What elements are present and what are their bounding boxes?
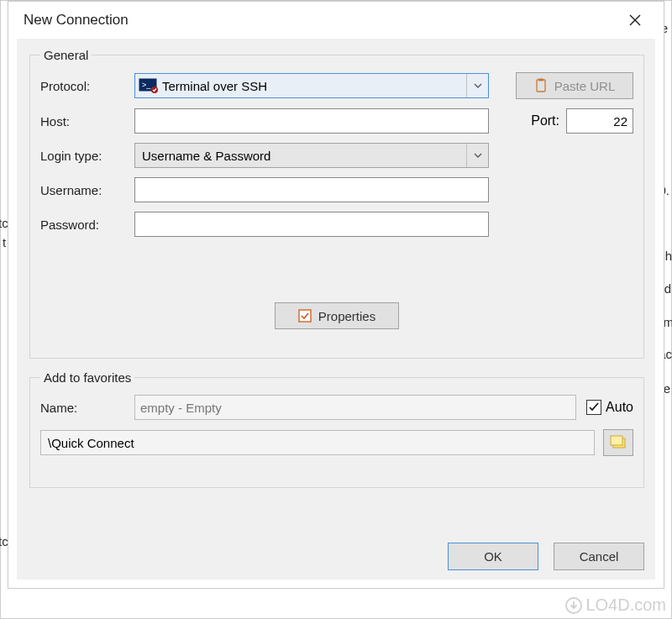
ok-button[interactable]: OK	[448, 543, 538, 570]
path-input[interactable]	[40, 430, 595, 455]
folder-icon	[610, 435, 627, 450]
host-label: Host:	[40, 114, 134, 129]
titlebar: New Connection	[8, 2, 664, 39]
clipboard-icon	[534, 78, 548, 93]
auto-checkbox[interactable]: Auto	[586, 400, 633, 415]
protocol-value: Terminal over SSH	[159, 79, 466, 93]
port-input[interactable]	[566, 108, 633, 134]
close-button[interactable]	[618, 8, 652, 33]
paste-url-label: Paste URL	[554, 79, 616, 93]
protocol-select[interactable]: >_ Terminal over SSH	[134, 73, 489, 98]
auto-label: Auto	[606, 400, 633, 415]
username-input[interactable]	[134, 177, 489, 202]
chevron-down-icon	[466, 144, 488, 167]
login-type-value: Username & Password	[135, 149, 466, 163]
browse-folder-button[interactable]	[603, 429, 633, 456]
svg-rect-9	[611, 436, 622, 445]
favorites-group: Add to favorites Name: Auto	[29, 370, 644, 488]
new-connection-dialog: New Connection General Protocol: >_ Term…	[8, 1, 664, 589]
bg-text: t	[3, 235, 6, 249]
ok-label: OK	[484, 549, 502, 564]
properties-button[interactable]: Properties	[275, 302, 399, 329]
protocol-label: Protocol:	[40, 79, 134, 93]
checkbox-icon	[586, 400, 601, 415]
cancel-button[interactable]: Cancel	[554, 543, 644, 570]
bg-text: m	[664, 315, 673, 329]
watermark: LO4D.com	[565, 595, 666, 615]
dialog-body: General Protocol: >_ Terminal over SSH	[17, 39, 655, 580]
bg-text: d	[664, 281, 671, 296]
username-label: Username:	[40, 183, 134, 197]
close-icon	[629, 14, 641, 26]
svg-point-10	[566, 598, 581, 613]
properties-label: Properties	[318, 309, 375, 323]
svg-rect-5	[537, 80, 545, 92]
paste-url-button[interactable]: Paste URL	[516, 72, 633, 99]
password-label: Password:	[40, 218, 134, 232]
svg-text:>_: >_	[142, 81, 151, 89]
dialog-title: New Connection	[24, 12, 129, 29]
general-group: General Protocol: >_ Terminal over SSH	[29, 48, 644, 359]
host-input[interactable]	[134, 108, 489, 134]
svg-rect-7	[299, 310, 311, 322]
name-label: Name:	[40, 401, 134, 415]
login-type-select[interactable]: Username & Password	[134, 143, 489, 168]
svg-rect-6	[538, 79, 543, 81]
properties-icon	[298, 309, 312, 323]
general-legend: General	[40, 48, 92, 62]
chevron-down-icon	[466, 74, 488, 97]
favorites-legend: Add to favorites	[40, 370, 134, 385]
password-input[interactable]	[134, 212, 489, 237]
name-input	[134, 395, 576, 420]
terminal-icon: >_	[139, 78, 159, 93]
port-label: Port:	[531, 113, 559, 129]
cancel-label: Cancel	[580, 549, 619, 564]
download-icon	[565, 597, 582, 614]
login-type-label: Login type:	[40, 149, 134, 163]
